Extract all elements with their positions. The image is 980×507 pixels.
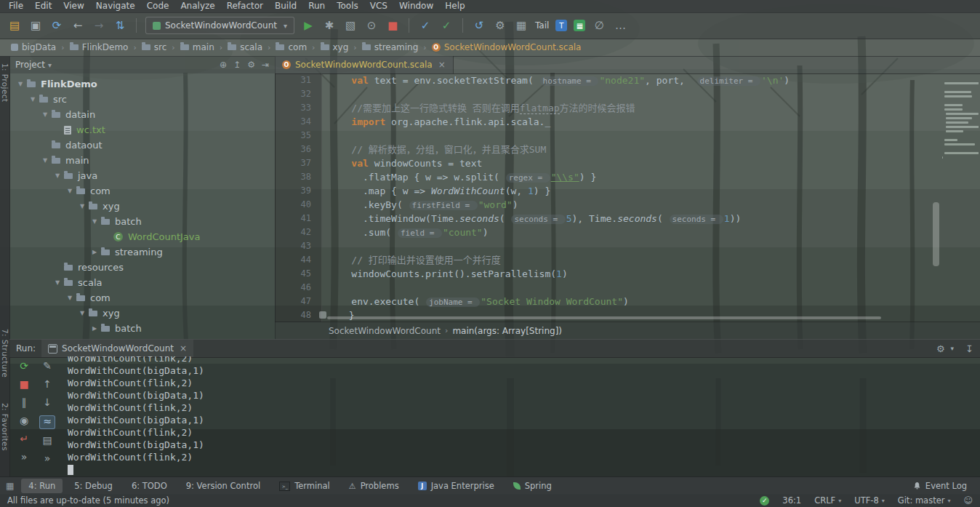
menu-item-file[interactable]: File (3, 0, 29, 12)
line-number[interactable]: 44 (275, 253, 320, 267)
menu-item-edit[interactable]: Edit (29, 0, 57, 12)
tree-item-com[interactable]: ▼com (9, 290, 275, 306)
tree-toggle-icon[interactable]: ▶ (89, 325, 100, 332)
breadcrumb-item-src[interactable]: src (140, 42, 169, 52)
caret-position-widget[interactable]: 36:1 (782, 495, 801, 506)
menu-item-window[interactable]: Window (393, 0, 439, 12)
layout-icon[interactable]: ▦ (514, 20, 529, 31)
code-line-35[interactable]: 35 (275, 129, 980, 143)
undo-icon[interactable]: ↺ (472, 20, 486, 31)
collapse-all-icon[interactable]: ↥ (233, 60, 241, 70)
tree-toggle-icon[interactable]: ▼ (77, 203, 87, 209)
stop-icon[interactable]: ■ (385, 20, 400, 31)
down-stacktrace-button[interactable]: ↓ (40, 397, 55, 410)
translate-icon[interactable]: T (555, 20, 567, 31)
toolwindow-button-terminal[interactable]: >_Terminal (272, 479, 337, 493)
tree-toggle-icon[interactable]: ▼ (15, 81, 25, 87)
line-number[interactable]: 31 (275, 73, 320, 87)
tree-item-wc-txt[interactable]: wc.txt (9, 122, 275, 137)
settings-icon[interactable]: ⚙ (493, 20, 507, 31)
tool-stripe-structure-button[interactable]: 7: Structure (0, 329, 9, 378)
tree-toggle-icon[interactable]: ▼ (40, 111, 50, 118)
breadcrumb-item-main[interactable]: main (178, 42, 217, 52)
exit-button[interactable]: ↵ (17, 434, 31, 446)
project-view-selector[interactable]: Project (15, 60, 45, 70)
toolwindow-button-9-version-control[interactable]: 9: Version Control (179, 479, 268, 493)
breadcrumb-item-socketwindowwordcount-scala[interactable]: OSocketWindowWordCount.scala (430, 42, 584, 52)
menu-item-build[interactable]: Build (269, 0, 302, 12)
tail-widget[interactable]: Tail (535, 20, 549, 31)
line-number[interactable]: 34 (275, 115, 320, 129)
toolwindow-button-event-log[interactable]: Event Log (906, 479, 974, 493)
menu-item-navigate[interactable]: Navigate (90, 0, 141, 12)
rerun-button[interactable]: ⟳ (17, 361, 31, 373)
line-separator-widget[interactable]: CRLF▾ (814, 495, 841, 506)
sync-icon[interactable]: ⟳ (49, 20, 64, 31)
plugin-grid-icon[interactable]: ▦ (574, 20, 585, 31)
breadcrumb-item-scala[interactable]: scala (225, 42, 265, 52)
run-config-selector[interactable]: SocketWindowWordCount▾ (145, 17, 294, 34)
breadcrumb-item-xyg[interactable]: xyg (318, 42, 351, 52)
tree-item-dataout[interactable]: dataout (9, 137, 275, 153)
toolwindow-button-problems[interactable]: ⚠Problems (342, 479, 406, 493)
line-number[interactable]: 45 (275, 267, 320, 281)
soft-wrap-button[interactable]: ≈ (39, 415, 55, 429)
tree-toggle-icon[interactable]: ▼ (40, 157, 50, 164)
tree-item-xyg[interactable]: ▼xyg (9, 306, 275, 321)
tree-item-batch[interactable]: ▼batch (9, 214, 275, 229)
print-console-button[interactable]: ▤ (40, 435, 55, 447)
code-line-47[interactable]: 47 env.execute( jobName = "Socket Window… (275, 295, 980, 308)
menu-item-code[interactable]: Code (141, 0, 175, 12)
close-icon[interactable]: × (180, 343, 187, 354)
gutter-marker-icon[interactable] (319, 311, 326, 319)
update-project-icon[interactable]: ⇅ (113, 20, 127, 31)
tree-item-java[interactable]: ▼java (9, 168, 275, 183)
tree-toggle-icon[interactable]: ▼ (52, 172, 63, 179)
run-tab[interactable]: SocketWindowWordCount× (41, 340, 193, 357)
code-line-44[interactable]: 44 // 打印输出并设置使用一个并行度 (275, 253, 980, 267)
vertical-scrollbar[interactable] (933, 202, 939, 266)
toolwindow-button-spring[interactable]: Spring (506, 479, 559, 493)
locate-file-icon[interactable]: ⊕ (220, 60, 227, 70)
line-number[interactable]: 43 (275, 239, 320, 253)
code-line-39[interactable]: 39 .map { w => WordWithCount(w, 1) } (275, 184, 980, 198)
line-number[interactable]: 41 (275, 212, 320, 225)
tree-item-resources[interactable]: resources (9, 260, 275, 275)
menu-item-analyze[interactable]: Analyze (174, 0, 220, 12)
menu-item-vcs[interactable]: VCS (364, 0, 393, 12)
tree-item-src[interactable]: ▼src (9, 92, 275, 107)
inspections-ok-icon[interactable]: ✓ (760, 496, 769, 506)
hide-panel-icon[interactable]: ⇥ (262, 60, 269, 70)
tree-item-flinkdemo[interactable]: ▼FlinkDemo (9, 76, 275, 92)
vcs-update-icon[interactable]: ✓ (418, 20, 433, 31)
more-console-actions-button[interactable]: » (40, 453, 55, 466)
vcs-commit-icon[interactable]: ✓ (439, 20, 454, 31)
code-line-32[interactable]: 32 (275, 87, 980, 101)
menu-item-run[interactable]: Run (302, 0, 331, 12)
profiler-icon[interactable]: ⊙ (364, 20, 379, 31)
line-number[interactable]: 39 (275, 184, 320, 198)
tree-item-xyg[interactable]: ▼xyg (9, 199, 275, 214)
toolwindow-button-4-run[interactable]: 4: Run (21, 479, 63, 493)
line-number[interactable]: 47 (275, 295, 320, 308)
tree-item-batch[interactable]: ▶batch (9, 321, 275, 336)
line-number[interactable]: 48 (275, 308, 320, 322)
menu-item-help[interactable]: Help (439, 0, 470, 12)
menu-item-view[interactable]: View (57, 0, 89, 12)
menu-item-tools[interactable]: Tools (331, 0, 364, 12)
horizontal-scrollbar[interactable] (327, 316, 881, 319)
breadcrumb-item-streaming[interactable]: streaming (360, 42, 421, 52)
editor-tab-socketwindowwordcount[interactable]: O SocketWindowWordCount.scala × (275, 56, 454, 73)
code-line-42[interactable]: 42 .sum( field = "count") (275, 225, 980, 239)
stop-button[interactable]: ■ (17, 379, 31, 391)
code-line-45[interactable]: 45 windowCounts.print().setParallelism(1… (275, 267, 980, 281)
tree-item-streaming[interactable]: ▶streaming (9, 244, 275, 260)
more-icon[interactable]: … (613, 20, 627, 31)
line-number[interactable]: 38 (275, 170, 320, 184)
tree-item-wordcountjava[interactable]: CWordCountJava (9, 229, 275, 244)
line-number[interactable]: 33 (275, 101, 320, 115)
code-line-37[interactable]: 37 val windowCounts = text (275, 156, 980, 170)
open-folder-icon[interactable]: ▤ (7, 20, 22, 31)
tree-toggle-icon[interactable]: ▼ (65, 188, 75, 194)
tree-toggle-icon[interactable]: ▼ (52, 279, 63, 286)
